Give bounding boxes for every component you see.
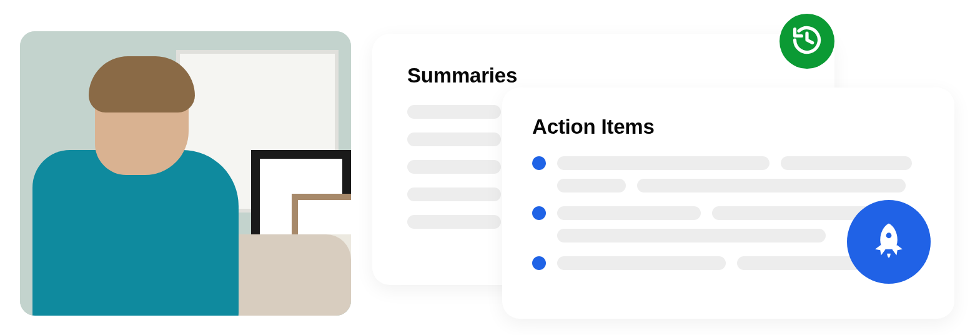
person-on-phone-photo bbox=[20, 31, 351, 316]
summaries-title: Summaries bbox=[407, 64, 799, 88]
skeleton-line bbox=[557, 206, 701, 220]
skeleton-line bbox=[407, 160, 501, 174]
rocket-icon bbox=[868, 220, 909, 264]
skeleton-line bbox=[557, 179, 626, 192]
skeleton-line bbox=[407, 105, 501, 119]
skeleton-line bbox=[637, 179, 906, 192]
skeleton-line bbox=[781, 156, 912, 170]
history-icon bbox=[791, 24, 823, 59]
action-item bbox=[532, 156, 919, 192]
skeleton-line bbox=[557, 229, 826, 242]
svg-point-0 bbox=[886, 232, 892, 238]
skeleton-line bbox=[407, 215, 501, 229]
skeleton-line bbox=[557, 156, 770, 170]
skeleton-line bbox=[407, 188, 501, 201]
skeleton-line bbox=[407, 132, 501, 146]
bullet-icon bbox=[532, 156, 546, 170]
indent-spacer bbox=[532, 229, 546, 242]
person-hair bbox=[89, 56, 195, 112]
action-items-title: Action Items bbox=[532, 115, 919, 139]
skeleton-line bbox=[557, 256, 726, 270]
rocket-badge bbox=[847, 200, 931, 284]
indent-spacer bbox=[532, 179, 546, 192]
history-badge bbox=[780, 14, 834, 69]
bullet-icon bbox=[532, 256, 546, 270]
bullet-icon bbox=[532, 206, 546, 220]
